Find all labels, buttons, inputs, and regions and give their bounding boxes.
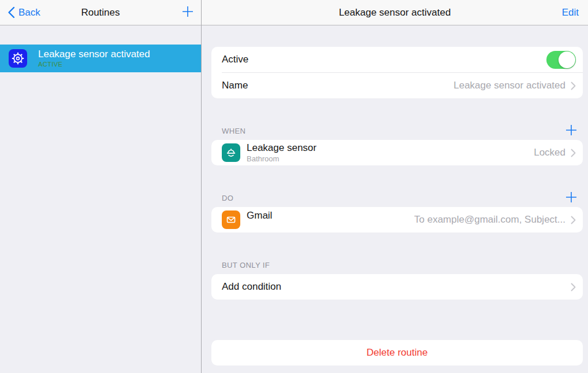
edit-button[interactable]: Edit (562, 7, 579, 19)
do-card: Gmail To example@gmail.com, Subject... (211, 207, 583, 232)
back-chevron-icon (8, 6, 15, 19)
action-row[interactable]: Gmail To example@gmail.com, Subject... (211, 207, 583, 232)
name-label: Name (222, 80, 248, 91)
name-value: Leakage sensor activated (453, 80, 565, 91)
add-routine-button[interactable] (182, 6, 193, 19)
when-card: Leakage sensor Bathroom Locked (211, 140, 583, 165)
add-condition-label: Add condition (222, 281, 281, 293)
chevron-right-icon (571, 82, 576, 90)
routine-list: Leakage sensor activated ACTIVE (0, 25, 201, 72)
back-label: Back (18, 7, 40, 19)
active-toggle[interactable] (546, 51, 576, 69)
section-label-but-only-if: BUT ONLY IF (222, 261, 270, 269)
chevron-right-icon (571, 283, 576, 291)
add-trigger-button[interactable] (565, 124, 577, 138)
routine-detail-pane: Leakage sensor activated Edit Active Nam… (202, 0, 588, 373)
back-button[interactable]: Back (8, 6, 40, 19)
delete-routine-button[interactable]: Delete routine (211, 340, 583, 365)
gear-icon (9, 49, 27, 68)
routine-title: Leakage sensor activated (38, 49, 150, 60)
toggle-knob (559, 51, 575, 68)
trigger-value: Locked (534, 147, 565, 158)
routine-status-badge: ACTIVE (38, 61, 150, 68)
sidebar: Back Routines (0, 0, 202, 373)
trigger-row[interactable]: Leakage sensor Bathroom Locked (211, 140, 583, 165)
plus-icon (565, 191, 577, 205)
gmail-envelope-icon (222, 210, 240, 229)
active-row: Active (211, 47, 583, 72)
section-header-but-only-if: BUT ONLY IF (222, 260, 577, 269)
section-label-when: WHEN (222, 127, 245, 135)
plus-icon (182, 6, 193, 19)
detail-navbar: Leakage sensor activated Edit (202, 0, 588, 25)
condition-card: Add condition (211, 274, 583, 300)
section-header-do: DO (222, 193, 577, 202)
detail-content: Active Name Leakage sensor activated WHE… (202, 25, 588, 373)
trigger-subtitle: Bathroom (247, 154, 317, 163)
name-row[interactable]: Name Leakage sensor activated (211, 73, 583, 98)
action-value: To example@gmail.com, Subject... (414, 214, 565, 226)
section-header-when: WHEN (222, 126, 577, 135)
section-label-do: DO (222, 194, 233, 202)
routine-list-item[interactable]: Leakage sensor activated ACTIVE (0, 45, 201, 72)
add-condition-row[interactable]: Add condition (211, 274, 583, 300)
plus-icon (565, 124, 577, 138)
action-title: Gmail (247, 210, 272, 221)
detail-title: Leakage sensor activated (202, 7, 588, 19)
active-label: Active (222, 54, 248, 65)
trigger-title: Leakage sensor (247, 142, 317, 154)
chevron-right-icon (571, 216, 576, 224)
sidebar-navbar: Back Routines (0, 0, 201, 25)
leak-sensor-icon (222, 143, 240, 162)
chevron-right-icon (571, 149, 576, 157)
add-action-button[interactable] (565, 191, 577, 205)
settings-card: Active Name Leakage sensor activated (211, 47, 583, 98)
